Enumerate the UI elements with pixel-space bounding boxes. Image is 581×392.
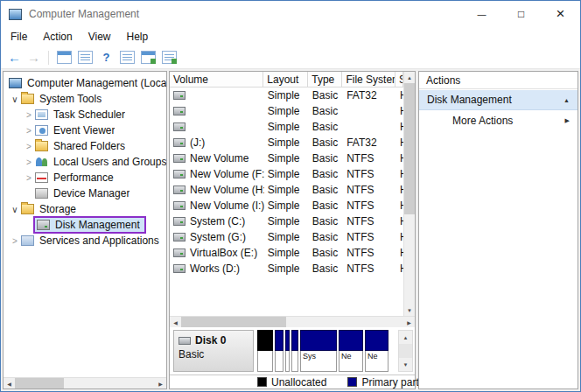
volume-row[interactable]: Simple Basic H [170, 103, 403, 119]
more-actions-submenu-icon[interactable] [565, 117, 570, 124]
more-actions-item[interactable]: More Actions [419, 110, 578, 130]
tree-item-storage[interactable]: Storage [4, 201, 166, 217]
export-list-icon[interactable] [162, 51, 177, 64]
scroll-left-icon[interactable] [4, 378, 15, 388]
tree-item-computer-management[interactable]: Computer Management (Local [4, 75, 166, 91]
volume-row[interactable]: Works (D:) Simple Basic NTFS H [170, 261, 403, 276]
scroll-down-icon[interactable] [399, 358, 412, 371]
tree-item-system-tools[interactable]: System Tools [4, 91, 166, 107]
volume-row[interactable]: (J:) Simple Basic FAT32 H [170, 135, 403, 150]
tree-item-shared-folders[interactable]: Shared Folders [4, 138, 166, 154]
menu-file[interactable]: File [3, 29, 35, 45]
title-bar[interactable]: Computer Management [1, 1, 580, 27]
chevron-expanded-icon[interactable] [9, 94, 21, 104]
volume-row[interactable]: New Volume Simple Basic NTFS H [170, 150, 403, 166]
tree-item-event-viewer[interactable]: Event Viewer [4, 122, 166, 138]
tree-item-task-scheduler[interactable]: Task Scheduler [4, 107, 166, 122]
console-window-icon[interactable] [57, 51, 72, 64]
refresh-icon[interactable] [141, 51, 156, 64]
tree-item-disk-management[interactable]: Disk Management [4, 217, 166, 233]
tree-item-performance[interactable]: Performance [4, 170, 166, 186]
menu-view[interactable]: View [80, 29, 119, 45]
volume-row[interactable]: System (C:) Simple Basic NTFS H [170, 214, 403, 229]
partition-strip: Sys Ne Ne [257, 330, 392, 372]
volume-icon [173, 186, 186, 194]
help-icon[interactable] [99, 51, 114, 64]
scrollbar-track[interactable] [286, 317, 403, 327]
menu-help[interactable]: Help [119, 29, 157, 45]
scroll-left-icon[interactable] [170, 317, 181, 327]
scroll-up-icon[interactable] [404, 72, 415, 83]
maximize-button[interactable] [501, 1, 541, 27]
graphical-view-vertical-scrollbar[interactable] [398, 330, 413, 372]
back-icon[interactable] [8, 50, 21, 65]
volume-cell: H [396, 245, 403, 261]
chevron-collapsed-icon[interactable] [23, 158, 35, 167]
column-header-status[interactable]: S [396, 72, 403, 87]
volume-list-vertical-scrollbar[interactable] [403, 72, 415, 316]
collapse-group-icon[interactable] [564, 97, 570, 103]
volume-cell: Basic [309, 198, 343, 214]
tree-item-services-and-applications[interactable]: Services and Applications [4, 233, 166, 248]
volume-cell: New Volume (I:) [170, 198, 264, 214]
minimize-button[interactable] [462, 1, 501, 27]
chevron-collapsed-icon[interactable] [23, 173, 35, 183]
volume-row[interactable]: Simple Basic H [170, 119, 403, 135]
volume-cell: Basic [309, 166, 343, 182]
volume-row[interactable]: Simple Basic FAT32 H [170, 88, 403, 103]
chevron-collapsed-icon[interactable] [23, 126, 35, 136]
volume-cell: H [396, 150, 403, 166]
tree-item-local-users-and-groups[interactable]: Local Users and Groups [4, 154, 166, 170]
column-header-type[interactable]: Type [308, 72, 342, 87]
partition[interactable] [275, 330, 284, 372]
partition[interactable] [291, 330, 298, 372]
column-header-layout[interactable]: Layout [263, 72, 308, 87]
tree-item-device-manager[interactable]: Device Manager [4, 186, 166, 201]
volume-icon [173, 201, 186, 210]
partition[interactable]: Ne [339, 330, 363, 372]
partition[interactable] [257, 330, 273, 372]
disk-management-pane: Volume Layout Type File System S Simple … [169, 71, 416, 389]
scroll-up-icon[interactable] [399, 331, 412, 344]
chevron-collapsed-icon[interactable] [23, 142, 35, 151]
menu-action[interactable]: Action [35, 29, 80, 45]
volume-icon [173, 217, 186, 226]
scrollbar-track[interactable] [404, 214, 415, 304]
volume-row[interactable]: VirtualBox (E:) Simple Basic NTFS H [170, 245, 403, 261]
volume-icon [173, 107, 186, 116]
volume-list-horizontal-scrollbar[interactable] [170, 316, 415, 327]
list-pane-icon[interactable] [120, 51, 135, 64]
partition[interactable]: Ne [365, 330, 388, 372]
scrollbar-thumb[interactable] [404, 83, 415, 214]
disk-0-card[interactable]: Disk 0 Basic [173, 330, 254, 372]
volume-row[interactable]: New Volume (I:) Simple Basic NTFS H [170, 198, 403, 214]
chevron-collapsed-icon[interactable] [23, 110, 35, 120]
volume-cell: Simple [264, 182, 309, 198]
forward-icon[interactable] [27, 50, 40, 65]
actions-group-disk-management[interactable]: Disk Management [419, 90, 578, 110]
scrollbar-thumb[interactable] [181, 317, 286, 327]
scroll-down-icon[interactable] [404, 304, 415, 316]
scrollbar-track[interactable] [64, 378, 155, 388]
scroll-right-icon[interactable] [155, 378, 166, 388]
show-console-tree-icon[interactable] [78, 51, 93, 64]
column-header-file-system[interactable]: File System [342, 72, 396, 87]
volume-cell: H [396, 182, 403, 198]
volume-row[interactable]: System (G:) Simple Basic NTFS H [170, 229, 403, 245]
volume-row[interactable]: New Volume (F:) Simple Basic NTFS H [170, 166, 403, 182]
tree-horizontal-scrollbar[interactable] [4, 377, 166, 388]
chevron-collapsed-icon[interactable] [9, 236, 21, 246]
scrollbar-thumb[interactable] [15, 378, 64, 388]
services-icon [21, 235, 34, 246]
volume-icon [173, 233, 186, 242]
partition[interactable] [285, 330, 290, 372]
close-button[interactable] [541, 1, 580, 27]
partition-legend: Unallocated Primary partition [170, 374, 415, 388]
partition[interactable]: Sys [300, 330, 337, 372]
chevron-expanded-icon[interactable] [9, 205, 21, 214]
scroll-right-icon[interactable] [403, 317, 415, 327]
column-header-volume[interactable]: Volume [170, 72, 263, 87]
volume-row[interactable]: New Volume (H:) Simple Basic NTFS H [170, 182, 403, 198]
legend-unallocated: Unallocated [257, 376, 326, 388]
scrollbar-track[interactable] [399, 344, 412, 358]
